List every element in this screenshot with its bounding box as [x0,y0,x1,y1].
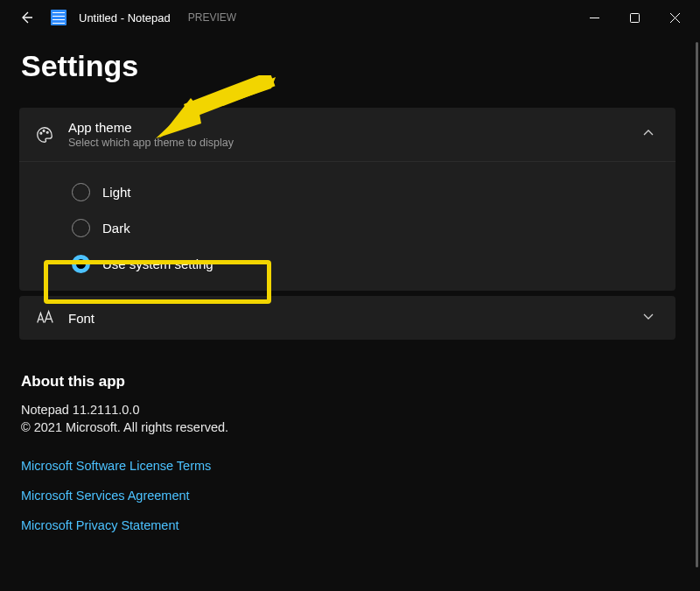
minimize-button[interactable] [574,4,614,32]
collapse-chevron [642,127,660,143]
close-icon [670,13,680,23]
svg-point-3 [46,131,48,133]
preview-tag: PREVIEW [188,11,236,24]
theme-option-label: Use system setting [102,257,214,271]
notepad-app-icon [51,10,66,25]
theme-option-label: Dark [102,221,130,236]
expand-chevron [642,310,660,326]
about-version: Notepad 11.2111.0.0 [21,403,676,417]
close-button[interactable] [654,4,695,32]
page-title: Settings [21,49,676,83]
settings-page: Settings App theme Select which app them… [0,35,695,591]
radio-unchecked-icon [72,219,90,237]
radio-unchecked-icon [72,183,90,201]
link-license[interactable]: Microsoft Software License Terms [21,459,676,473]
about-heading: About this app [21,373,676,390]
about-section: About this app Notepad 11.2111.0.0 © 202… [19,373,676,532]
theme-option-label: Light [102,185,131,200]
scrollbar[interactable] [696,42,698,567]
font-title: Font [68,311,628,326]
chevron-up-icon [642,127,654,139]
maximize-icon [630,13,640,23]
svg-rect-0 [630,13,639,22]
radio-checked-icon [72,255,90,273]
titlebar-left: Untitled - Notepad PREVIEW [5,5,236,30]
about-copyright: © 2021 Microsoft. All rights reserved. [21,420,676,434]
theme-option-system[interactable]: Use system setting [19,246,676,282]
app-theme-subtitle: Select which app theme to display [68,137,628,149]
font-card: Font [19,296,676,340]
back-arrow-icon [19,11,33,25]
font-icon [35,308,54,327]
app-theme-title: App theme [68,120,628,135]
chevron-down-icon [642,310,654,322]
about-links: Microsoft Software License Terms Microso… [21,459,676,532]
link-privacy[interactable]: Microsoft Privacy Statement [21,518,676,532]
back-button[interactable] [14,5,38,30]
palette-icon [35,125,54,144]
window-controls [574,4,695,32]
theme-option-dark[interactable]: Dark [19,210,676,246]
font-header[interactable]: Font [19,296,676,340]
theme-option-light[interactable]: Light [19,174,676,210]
svg-point-2 [43,130,45,131]
app-theme-card: App theme Select which app theme to disp… [19,108,676,291]
svg-point-1 [40,132,42,134]
titlebar: Untitled - Notepad PREVIEW [0,0,700,35]
link-services[interactable]: Microsoft Services Agreement [21,489,676,503]
maximize-button[interactable] [614,4,654,32]
minimize-icon [590,13,599,23]
window-title: Untitled - Notepad [79,11,171,25]
theme-options: Light Dark Use system setting [19,161,676,291]
app-theme-header[interactable]: App theme Select which app theme to disp… [19,108,676,161]
